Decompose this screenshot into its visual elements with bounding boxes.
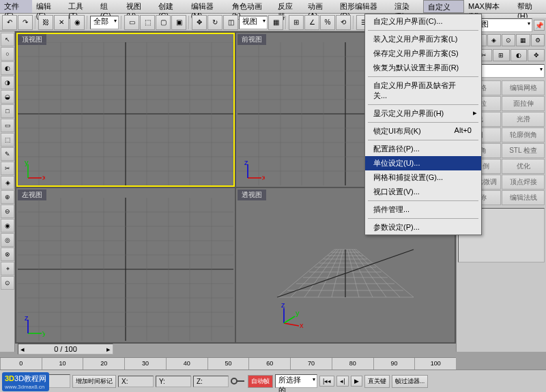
tab-motion[interactable]: ⊙ <box>502 34 515 46</box>
pivot-button[interactable]: ▦ <box>268 15 283 30</box>
mi-show-ui[interactable]: 显示定义用户界面(H) <box>365 106 481 121</box>
menu-animation[interactable]: 动画(A) <box>304 0 336 13</box>
mi-load-scheme[interactable]: 装入定义用户界面方案(L) <box>365 32 481 46</box>
btn-edit-mesh[interactable]: 编辑网格 <box>502 80 545 95</box>
tool-2[interactable]: ○ <box>1 47 14 61</box>
select-region-button[interactable]: ▢ <box>156 15 171 30</box>
key-filters-button[interactable]: 帧过滤器... <box>392 375 429 388</box>
timeline-ruler[interactable]: 0 10 20 30 40 50 60 70 80 90 100 <box>0 357 456 370</box>
menu-tools[interactable]: 工具(T) <box>64 0 96 13</box>
rotate-button[interactable]: ↻ <box>207 15 222 30</box>
pin-icon[interactable]: 📌 <box>534 20 545 31</box>
tool-5[interactable]: ◒ <box>1 90 14 104</box>
subtab-3[interactable]: ⊞ <box>493 49 510 61</box>
menu-modifiers[interactable]: 编辑器(M) <box>187 0 228 13</box>
tool-8[interactable]: ⬚ <box>1 133 14 147</box>
tool-17[interactable]: ⌖ <box>1 262 14 275</box>
menubar: 文件(F) 编辑(E) 工具(T) 组(G) 视图(V) 创建(C) 编辑器(M… <box>0 0 546 14</box>
menu-group[interactable]: 组(G) <box>96 0 122 13</box>
tool-9[interactable]: ✎ <box>1 147 14 161</box>
btn-optimize[interactable]: 优化 <box>502 159 545 174</box>
subtab-5[interactable]: ✥ <box>528 49 545 61</box>
tool-7[interactable]: ▭ <box>1 119 14 132</box>
tool-1[interactable]: ↖ <box>1 33 14 46</box>
mi-units-setup[interactable]: 单位设定(U)... <box>365 156 481 170</box>
btn-face-extrude[interactable]: 面拉伸 <box>502 96 545 111</box>
selection-filter-dropdown[interactable]: 全部 <box>90 16 119 29</box>
mi-save-scheme[interactable]: 保存定义用户界面方案(S) <box>365 46 481 61</box>
menu-customize[interactable]: 自定义(U) <box>423 0 465 13</box>
play-button[interactable]: ▶ <box>351 376 362 387</box>
viewport-top[interactable]: 顶视图 xy <box>16 33 235 187</box>
snap-button[interactable]: ⊞ <box>289 15 304 30</box>
tool-11[interactable]: ◈ <box>1 176 14 190</box>
timeline-range[interactable]: ◂0 / 100▸ <box>18 344 113 355</box>
prev-key-button[interactable]: |◂◂ <box>319 376 334 387</box>
menu-create[interactable]: 创建(C) <box>154 0 187 13</box>
svg-text:z: z <box>244 161 248 166</box>
viewport-left[interactable]: 左视图 yz <box>16 188 235 342</box>
percent-snap-button[interactable]: % <box>320 15 335 30</box>
prev-frame-button[interactable]: ◂| <box>336 376 348 387</box>
mi-config-paths[interactable]: 配置路径(P)... <box>365 142 481 156</box>
menu-graph-editors[interactable]: 图形编辑器(D) <box>336 0 390 13</box>
menu-character[interactable]: 角色动画(h) <box>228 0 274 13</box>
tool-6[interactable]: □ <box>1 104 14 118</box>
tab-utilities[interactable]: ⚙ <box>531 34 545 46</box>
ref-coord-dropdown[interactable]: 视图 <box>239 16 268 29</box>
menu-edit[interactable]: 编辑(E) <box>32 0 64 13</box>
subtab-4[interactable]: ◐ <box>511 49 528 61</box>
btn-smooth[interactable]: 光滑 <box>502 112 545 127</box>
mi-plugin-manager[interactable]: 插件管理... <box>365 202 481 217</box>
tool-13[interactable]: ⊖ <box>1 205 14 218</box>
mi-custom-ui[interactable]: 自定义用户界面(C)... <box>365 14 481 29</box>
tab-display[interactable]: ▦ <box>516 34 530 46</box>
menu-maxscript[interactable]: MAX脚本(M) <box>464 0 513 13</box>
z-coord[interactable]: Z: <box>193 376 229 387</box>
btn-bevel[interactable]: 轮廓倒角 <box>502 127 545 142</box>
menu-file[interactable]: 文件(F) <box>0 0 32 13</box>
svg-point-99 <box>231 378 237 384</box>
spinner-snap-button[interactable]: ⟲ <box>336 15 351 30</box>
mi-grid-snap[interactable]: 网格和捕捉设置(G)... <box>365 170 481 185</box>
select-name-button[interactable]: ⬚ <box>140 15 155 30</box>
mi-restore-default[interactable]: 恢复为默认设置主界面(R) <box>365 61 481 75</box>
set-key-button[interactable]: 直关键 <box>364 375 390 388</box>
angle-snap-button[interactable]: ∠ <box>304 15 319 30</box>
undo-button[interactable]: ↶ <box>2 15 17 30</box>
tool-12[interactable]: ⊕ <box>1 190 14 204</box>
axis-gizmo-icon: xy <box>25 161 45 181</box>
menu-reactor[interactable]: 反应器 <box>274 0 304 13</box>
menu-help[interactable]: 帮助(H) <box>513 0 546 13</box>
menu-views[interactable]: 视图(V) <box>122 0 154 13</box>
tool-4[interactable]: ◑ <box>1 76 14 89</box>
tool-14[interactable]: ◉ <box>1 219 14 232</box>
mi-preferences[interactable]: 参数设定(P)... <box>365 220 481 235</box>
select-button[interactable]: ▭ <box>124 15 139 30</box>
y-coord[interactable]: Y: <box>156 376 191 387</box>
move-button[interactable]: ✥ <box>192 15 207 30</box>
btn-stl-check[interactable]: STL 检查 <box>502 143 545 158</box>
mi-viewport-config[interactable]: 视口设置(V)... <box>365 185 481 199</box>
unlink-button[interactable]: ✕ <box>54 15 69 30</box>
tool-3[interactable]: ◐ <box>1 61 14 75</box>
link-button[interactable]: ⛓ <box>38 15 53 30</box>
x-coord[interactable]: X: <box>118 376 154 387</box>
redo-button[interactable]: ↷ <box>18 15 33 30</box>
tab-hierarchy[interactable]: ◈ <box>487 34 501 46</box>
tool-10[interactable]: ✂ <box>1 162 14 175</box>
tool-15[interactable]: ◎ <box>1 233 14 247</box>
auto-key-button[interactable]: 自动帧 <box>248 375 273 388</box>
window-crossing-button[interactable]: ▣ <box>171 15 186 30</box>
bind-button[interactable]: ◉ <box>70 15 85 30</box>
tool-18[interactable]: ⊙ <box>1 276 14 290</box>
scale-button[interactable]: ◫ <box>223 15 238 30</box>
add-time-tag-button[interactable]: 增加时间标记 <box>72 375 116 388</box>
menu-rendering[interactable]: 渲染(R) <box>390 0 423 13</box>
key-filter-dropdown[interactable]: 所选择的 <box>275 374 317 388</box>
btn-vertex-weld[interactable]: 顶点焊接 <box>502 175 545 190</box>
tool-16[interactable]: ⊗ <box>1 247 14 261</box>
btn-edit-normals[interactable]: 编辑法线 <box>502 190 545 205</box>
mi-lock-ui[interactable]: 锁定UI布局(K)Alt+0 <box>365 124 481 138</box>
mi-defaults-switch[interactable]: 自定义用户界面及缺省开关... <box>365 78 481 103</box>
